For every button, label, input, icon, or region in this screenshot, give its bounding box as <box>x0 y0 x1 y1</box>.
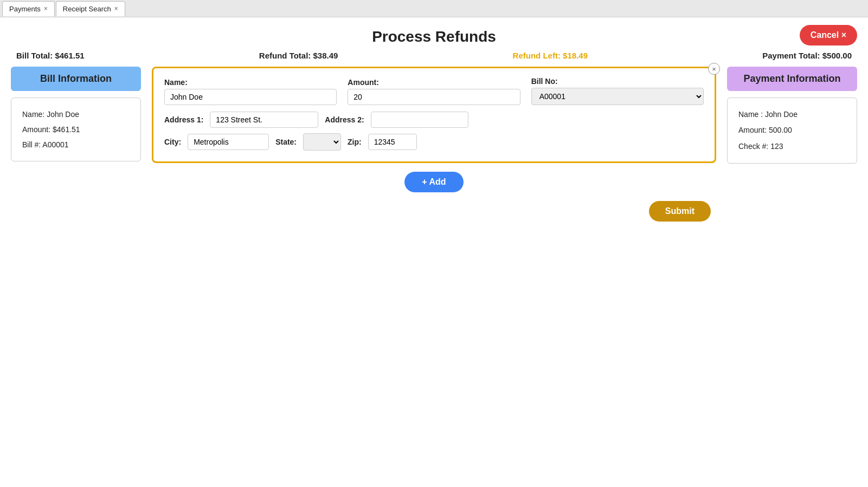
add-button-row: + Add <box>152 172 716 192</box>
zip-input[interactable] <box>368 134 417 150</box>
tab-receipt-search[interactable]: Receipt Search × <box>56 1 125 16</box>
payment-info-card: Name : John Doe Amount: 500.00 Check #: … <box>727 98 857 164</box>
address1-label: Address 1: <box>164 115 203 124</box>
payment-amount-label: Amount: <box>738 126 767 134</box>
amount-label: Amount: <box>348 78 520 87</box>
name-input[interactable] <box>164 89 337 105</box>
zip-label: Zip: <box>348 138 362 146</box>
tab-payments[interactable]: Payments × <box>2 1 55 16</box>
add-button[interactable]: + Add <box>404 172 463 192</box>
bill-name-label: Name: <box>22 110 44 119</box>
amount-field-group: Amount: <box>348 78 520 105</box>
bill-info-card: Name: John Doe Amount: $461.51 Bill #: A… <box>11 98 141 161</box>
city-input[interactable] <box>188 134 269 150</box>
bill-amount-label: Amount: <box>22 125 50 134</box>
name-label: Name: <box>164 78 337 87</box>
address1-row: Address 1: Address 2: <box>164 112 704 128</box>
cancel-button[interactable]: Cancel × <box>800 25 857 46</box>
payment-name-label: Name : <box>738 110 763 119</box>
form-close-button[interactable]: × <box>708 63 720 75</box>
bill-no-field-group: Bill No: A00001 <box>531 77 704 105</box>
bill-amount-value: $461.51 <box>53 125 80 134</box>
page-title: Process Refunds <box>11 23 857 46</box>
payment-amount-row: Amount: 500.00 <box>738 122 846 138</box>
payment-info-header: Payment Information <box>727 67 857 91</box>
tab-bar: Payments × Receipt Search × <box>0 0 868 17</box>
bill-info-header: Bill Information <box>11 67 141 91</box>
bill-number-value: A00001 <box>42 140 68 149</box>
payment-check-row: Check #: 123 <box>738 139 846 154</box>
state-label: State: <box>275 138 297 146</box>
bill-name-value: John Doe <box>47 110 79 119</box>
address2-label: Address 2: <box>325 115 364 124</box>
state-select[interactable] <box>303 133 341 151</box>
tab-receipt-search-close[interactable]: × <box>114 5 118 12</box>
payment-name-value: John Doe <box>765 110 798 119</box>
refund-left: Refund Left: $18.49 <box>513 51 588 60</box>
payment-name-row: Name : John Doe <box>738 107 846 122</box>
bill-total: Bill Total: $461.51 <box>16 51 85 60</box>
payment-total: Payment Total: $500.00 <box>762 51 852 60</box>
center-form-column: × Name: Amount: Bill No: <box>141 67 727 222</box>
submit-button[interactable]: Submit <box>649 201 711 222</box>
address2-input[interactable] <box>371 112 468 128</box>
main-content: Cancel × Process Refunds Bill Total: $46… <box>0 17 868 483</box>
tab-payments-close[interactable]: × <box>44 5 48 12</box>
address1-input[interactable] <box>210 112 318 128</box>
bill-amount-row: Amount: $461.51 <box>22 122 130 137</box>
bill-info-column: Bill Information Name: John Doe Amount: … <box>11 67 141 161</box>
bill-number-label: Bill #: <box>22 140 41 149</box>
totals-row: Bill Total: $461.51 Refund Total: $38.49… <box>11 51 857 60</box>
name-field-group: Name: <box>164 78 337 105</box>
submit-button-row: Submit <box>152 201 716 222</box>
city-state-zip-row: City: State: Zip: <box>164 133 704 151</box>
payment-amount-value: 500.00 <box>769 126 792 134</box>
refund-total: Refund Total: $38.49 <box>259 51 338 60</box>
bill-name-row: Name: John Doe <box>22 107 130 122</box>
payment-info-column: Payment Information Name : John Doe Amou… <box>727 67 857 164</box>
top-fields-row: Name: Amount: Bill No: A00001 <box>164 77 704 105</box>
columns: Bill Information Name: John Doe Amount: … <box>11 67 857 222</box>
payment-check-value: 123 <box>770 142 783 151</box>
city-label: City: <box>164 138 181 146</box>
tab-payments-label: Payments <box>9 5 41 13</box>
tab-receipt-search-label: Receipt Search <box>63 5 111 13</box>
bill-no-select[interactable]: A00001 <box>531 88 704 105</box>
bill-number-row: Bill #: A00001 <box>22 137 130 152</box>
refund-form-box: × Name: Amount: Bill No: <box>152 67 716 163</box>
amount-input[interactable] <box>348 89 520 105</box>
payment-check-label: Check #: <box>738 142 768 151</box>
bill-no-label: Bill No: <box>531 77 704 86</box>
